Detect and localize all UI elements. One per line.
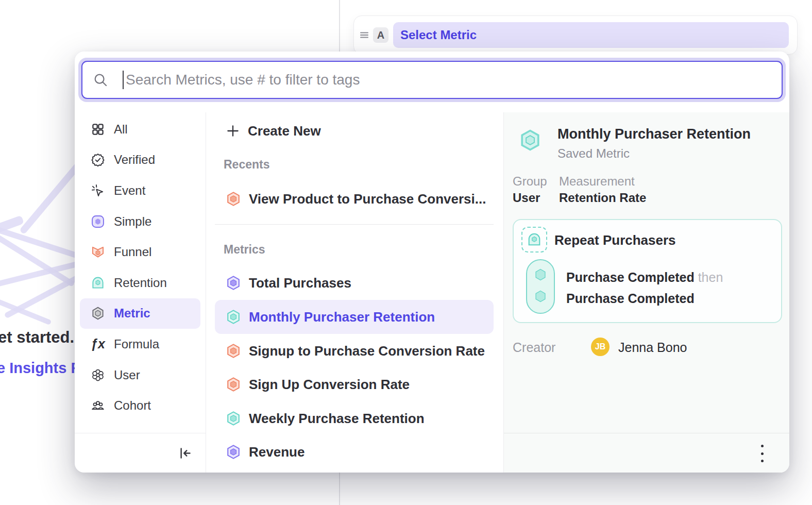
search-input[interactable]: Search Metrics, use # to filter to tags (81, 61, 783, 99)
metric-hexagon-icon (226, 444, 241, 460)
category-list: All Verified Event (75, 112, 206, 421)
creator-label: Creator (513, 340, 555, 355)
funnel-hexagon-icon (226, 191, 241, 207)
sidebar-item-label: Metric (114, 306, 150, 321)
sidebar-item-metric[interactable]: Metric (80, 298, 200, 329)
list-item-revenue[interactable]: Revenue (215, 435, 494, 469)
verified-badge-icon (91, 153, 105, 167)
retention-hexagon-icon (519, 129, 542, 152)
background-headline-fragment: et started. (0, 328, 74, 347)
search-focus-ring: Search Metrics, use # to filter to tags (78, 58, 786, 102)
sidebar-item-retention[interactable]: Retention (80, 267, 200, 298)
list-item-recent[interactable]: View Product to Purchase Conversi... (215, 182, 494, 216)
sidebar-item-label: Retention (114, 276, 167, 290)
behavior-step: Purchase Completed then (566, 270, 723, 285)
select-metric-button[interactable]: Select Metric (393, 22, 789, 48)
picker-columns: All Verified Event (75, 112, 789, 473)
list-item-label: Revenue (249, 444, 304, 460)
sidebar-item-funnel[interactable]: Funnel (80, 237, 200, 267)
sidebar-item-label: Simple (114, 214, 151, 229)
creator-name: Jenna Bono (618, 340, 687, 355)
search-icon (93, 72, 108, 88)
sidebar-item-label: Cohort (114, 398, 151, 413)
sidebar-item-label: User (114, 368, 140, 382)
metric-hexagon-icon (226, 275, 241, 291)
collapse-panel-icon[interactable] (178, 446, 192, 460)
list-item-label: Signup to Purchase Conversion Rate (249, 343, 485, 359)
sidebar-item-label: Formula (114, 337, 159, 351)
text-caret (123, 71, 124, 89)
event-hexagon-icon (534, 268, 547, 281)
retention-behavior-icon (521, 227, 547, 252)
retention-arch-icon (527, 232, 542, 247)
metric-row-bar: A Select Metric (353, 15, 798, 55)
retention-hexagon-icon (226, 411, 241, 426)
metrics-section-label: Metrics (224, 243, 265, 257)
retention-hexagon-icon (226, 309, 241, 325)
background-illustration-line (0, 296, 52, 325)
sidebar-item-event[interactable]: Event (80, 175, 200, 206)
sidebar-item-label: All (114, 122, 128, 137)
sidebar-item-label: Funnel (114, 245, 151, 259)
list-item-label: Weekly Purchase Retention (249, 411, 425, 427)
grid-icon (91, 122, 105, 137)
list-item-signup-to-purchase-conversion-rate[interactable]: Signup to Purchase Conversion Rate (215, 334, 494, 368)
kebab-menu-icon[interactable] (758, 445, 766, 462)
step-event: Purchase Completed (566, 291, 695, 306)
list-item-weekly-purchase-retention[interactable]: Weekly Purchase Retention (215, 401, 494, 435)
funnel-hexagon-icon (226, 377, 241, 392)
detail-footer (504, 433, 789, 473)
search-placeholder: Search Metrics, use # to filter to tags (126, 72, 360, 88)
metric-list-panel: Create New Recents View Product to Purch… (206, 112, 504, 473)
list-item-label: Monthly Purchaser Retention (249, 309, 435, 325)
retention-metric-icon (91, 276, 105, 290)
category-sidebar: All Verified Event (75, 112, 206, 473)
list-item-label: Total Purchases (249, 275, 351, 291)
recents-section-label: Recents (224, 158, 269, 172)
list-item-sign-up-conversion-rate[interactable]: Sign Up Conversion Rate (215, 367, 494, 401)
list-item-total-purchases[interactable]: Total Purchases (215, 266, 494, 300)
funnel-metric-icon (91, 245, 105, 259)
user-flower-icon (91, 368, 105, 382)
sidebar-item-all[interactable]: All (80, 114, 200, 145)
metric-detail-panel: Monthly Purchaser Retention Saved Metric… (504, 112, 789, 473)
sidebar-item-cohort[interactable]: Cohort (80, 390, 200, 421)
metric-hexagon-icon (91, 306, 105, 321)
sidebar-item-formula[interactable]: ƒx Formula (80, 329, 200, 360)
funnel-hexagon-icon (226, 343, 241, 359)
detail-subtitle: Saved Metric (557, 146, 630, 161)
create-new-label: Create New (248, 123, 321, 139)
sidebar-item-simple[interactable]: Simple (80, 206, 200, 237)
behavior-step: Purchase Completed (566, 291, 695, 306)
sidebar-item-label: Verified (114, 153, 155, 167)
detail-title: Monthly Purchaser Retention (557, 126, 751, 142)
metric-picker-modal: Search Metrics, use # to filter to tags … (75, 52, 789, 473)
cohort-people-icon (91, 398, 105, 413)
row-letter-badge: A (373, 27, 388, 43)
group-value: User (513, 191, 540, 205)
plus-icon (226, 124, 240, 138)
drag-handle-icon[interactable] (359, 30, 369, 40)
simple-metric-icon (91, 214, 105, 229)
measurement-value: Retention Rate (559, 191, 646, 205)
formula-icon: ƒx (91, 337, 105, 351)
cursor-click-icon (91, 183, 105, 198)
measurement-label: Measurement (559, 174, 635, 189)
list-item-label: View Product to Purchase Conversi... (249, 191, 486, 207)
sidebar-item-user[interactable]: User (80, 360, 200, 391)
section-divider (215, 224, 494, 225)
sidebar-footer (75, 433, 206, 473)
sidebar-item-label: Event (114, 183, 145, 198)
creator-avatar: JB (591, 338, 610, 356)
step-connector: then (698, 270, 723, 284)
behavior-definition-card: Repeat Purchasers Purchase Completed the… (513, 219, 782, 323)
sidebar-item-verified[interactable]: Verified (80, 145, 200, 176)
list-item-label: Sign Up Conversion Rate (249, 377, 410, 393)
steps-capsule (526, 259, 555, 314)
create-new-button[interactable]: Create New (215, 117, 494, 144)
step-event: Purchase Completed (566, 270, 695, 284)
list-item-monthly-purchaser-retention[interactable]: Monthly Purchaser Retention (215, 300, 494, 334)
screen: et started. e Insights Re A Select Metri… (0, 0, 812, 505)
event-hexagon-icon (534, 290, 547, 303)
group-label: Group (513, 174, 547, 189)
